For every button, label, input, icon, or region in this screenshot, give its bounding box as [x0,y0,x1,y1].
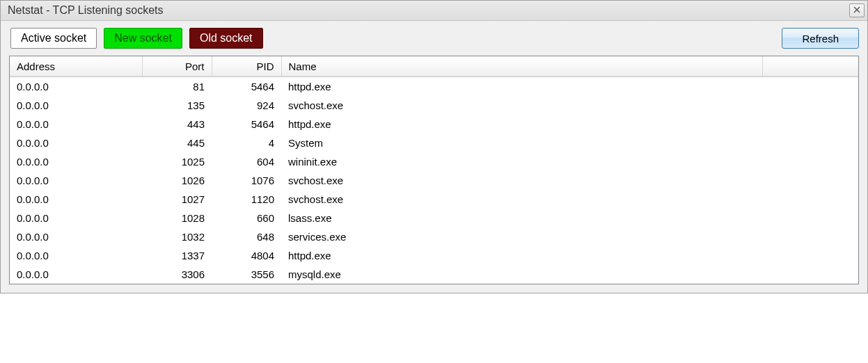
table-body: 0.0.0.0815464httpd.exe0.0.0.0135924svcho… [10,77,858,284]
column-header-name[interactable]: Name [281,56,763,77]
table-row[interactable]: 0.0.0.033063556mysqld.exe [10,265,858,284]
cell-address: 0.0.0.0 [10,171,142,190]
cell-name: System [281,134,763,152]
cell-address: 0.0.0.0 [10,96,142,115]
cell-pid: 924 [212,96,281,115]
cell-port: 445 [142,134,212,152]
legend-active-socket: Active socket [10,28,97,49]
cell-empty [763,246,858,265]
cell-name: services.exe [281,227,763,246]
toolbar: Active socket New socket Old socket Refr… [1,21,867,56]
cell-pid: 1076 [212,171,281,190]
cell-pid: 3556 [212,265,281,284]
cell-name: wininit.exe [281,152,763,171]
table-row[interactable]: 0.0.0.010261076svchost.exe [10,171,858,190]
table-row[interactable]: 0.0.0.01025604wininit.exe [10,152,858,171]
sockets-table-container: Address Port PID Name 0.0.0.0815464httpd… [9,56,859,284]
table-row[interactable]: 0.0.0.01032648services.exe [10,227,858,246]
table-row[interactable]: 0.0.0.0815464httpd.exe [10,77,858,97]
cell-name: httpd.exe [281,246,763,265]
cell-port: 3306 [142,265,212,284]
table-row[interactable]: 0.0.0.04454System [10,134,858,152]
cell-port: 135 [142,96,212,115]
refresh-button[interactable]: Refresh [782,28,859,49]
cell-pid: 4804 [212,246,281,265]
table-row[interactable]: 0.0.0.0135924svchost.exe [10,96,858,115]
window-title: Netstat - TCP Listening sockets [8,4,164,17]
cell-pid: 5464 [212,115,281,134]
cell-empty [763,77,858,97]
table-row[interactable]: 0.0.0.04435464httpd.exe [10,115,858,134]
cell-address: 0.0.0.0 [10,152,142,171]
cell-name: svchost.exe [281,96,763,115]
cell-empty [763,209,858,227]
table-row[interactable]: 0.0.0.01028660lsass.exe [10,209,858,227]
cell-empty [763,190,858,209]
cell-address: 0.0.0.0 [10,227,142,246]
column-header-port[interactable]: Port [142,56,212,77]
cell-pid: 4 [212,134,281,152]
sockets-table: Address Port PID Name 0.0.0.0815464httpd… [10,56,858,284]
cell-name: httpd.exe [281,77,763,97]
legend-old-socket: Old socket [189,28,263,49]
close-icon [853,6,860,15]
cell-address: 0.0.0.0 [10,77,142,97]
legend-new-label: New socket [114,32,172,45]
cell-port: 443 [142,115,212,134]
cell-address: 0.0.0.0 [10,246,142,265]
cell-name: httpd.exe [281,115,763,134]
title-bar: Netstat - TCP Listening sockets [1,1,867,21]
close-button[interactable] [849,3,865,17]
cell-empty [763,227,858,246]
cell-pid: 648 [212,227,281,246]
cell-empty [763,96,858,115]
refresh-label: Refresh [802,33,839,45]
cell-empty [763,152,858,171]
cell-pid: 660 [212,209,281,227]
table-row[interactable]: 0.0.0.013374804httpd.exe [10,246,858,265]
cell-address: 0.0.0.0 [10,265,142,284]
column-header-address[interactable]: Address [10,56,142,77]
cell-address: 0.0.0.0 [10,115,142,134]
column-header-empty[interactable] [763,56,858,77]
cell-name: svchost.exe [281,190,763,209]
cell-address: 0.0.0.0 [10,209,142,227]
cell-address: 0.0.0.0 [10,134,142,152]
cell-pid: 1120 [212,190,281,209]
table-header-row: Address Port PID Name [10,56,858,77]
cell-empty [763,171,858,190]
column-header-pid[interactable]: PID [212,56,281,77]
cell-port: 1026 [142,171,212,190]
cell-port: 1025 [142,152,212,171]
cell-pid: 604 [212,152,281,171]
legend-old-label: Old socket [200,32,253,45]
cell-empty [763,134,858,152]
legend-active-label: Active socket [21,32,86,45]
cell-address: 0.0.0.0 [10,190,142,209]
cell-port: 1028 [142,209,212,227]
cell-pid: 5464 [212,77,281,97]
cell-empty [763,115,858,134]
cell-port: 1027 [142,190,212,209]
cell-empty [763,265,858,284]
cell-port: 1337 [142,246,212,265]
netstat-window: Netstat - TCP Listening sockets Active s… [0,0,868,293]
cell-name: svchost.exe [281,171,763,190]
cell-port: 1032 [142,227,212,246]
cell-name: mysqld.exe [281,265,763,284]
table-row[interactable]: 0.0.0.010271120svchost.exe [10,190,858,209]
cell-name: lsass.exe [281,209,763,227]
legend-new-socket: New socket [104,28,182,49]
cell-port: 81 [142,77,212,97]
